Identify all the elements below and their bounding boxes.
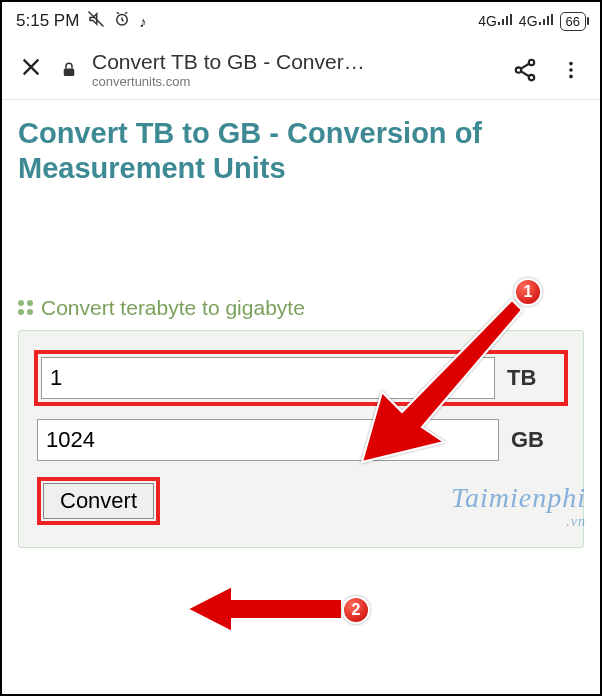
annotation-marker-2: 2	[342, 596, 370, 624]
battery-indicator: 66	[560, 12, 586, 31]
signal-4g-2: 4G	[519, 13, 554, 29]
gb-unit-label: GB	[511, 427, 565, 453]
svg-line-9	[521, 71, 530, 76]
alarm-icon	[113, 10, 131, 33]
url-block[interactable]: Convert TB to GB - Conver… convertunits.…	[92, 50, 494, 89]
grid-dots-icon	[18, 300, 33, 315]
mute-icon	[87, 10, 105, 33]
section-title: Convert terabyte to gigabyte	[41, 296, 305, 320]
lock-icon	[60, 61, 78, 79]
svg-point-11	[569, 68, 573, 72]
page-tab-title: Convert TB to GB - Conver…	[92, 50, 494, 74]
watermark-suffix: .vn	[451, 514, 586, 530]
svg-marker-14	[187, 586, 342, 632]
section-header: Convert terabyte to gigabyte	[18, 296, 584, 320]
convert-highlight: Convert	[37, 477, 160, 525]
svg-point-12	[569, 74, 573, 78]
svg-point-10	[569, 61, 573, 65]
gb-input[interactable]	[37, 419, 499, 461]
annotation-arrow-2	[182, 584, 352, 634]
convert-button[interactable]: Convert	[43, 483, 154, 519]
status-left: 5:15 PM ♪	[16, 10, 147, 33]
tb-input[interactable]	[41, 357, 495, 399]
status-right: 4G 4G 66	[478, 12, 586, 31]
browser-toolbar: Convert TB to GB - Conver… convertunits.…	[2, 40, 600, 100]
close-icon[interactable]	[16, 54, 46, 85]
tb-unit-label: TB	[507, 365, 561, 391]
status-time: 5:15 PM	[16, 11, 79, 31]
gb-row: GB	[37, 419, 565, 461]
status-bar: 5:15 PM ♪ 4G 4G 66	[2, 2, 600, 40]
tb-row-highlight: TB	[34, 350, 568, 406]
page-domain: convertunits.com	[92, 74, 494, 89]
page-title: Convert TB to GB - Conversion of Measure…	[18, 116, 584, 186]
svg-line-8	[521, 63, 530, 68]
menu-dots-icon[interactable]	[556, 55, 586, 85]
signal-4g-1: 4G	[478, 13, 513, 29]
tiktok-icon: ♪	[139, 13, 147, 30]
svg-rect-4	[64, 68, 75, 76]
watermark-text: Taimienphi	[451, 482, 586, 513]
share-icon[interactable]	[508, 53, 542, 87]
watermark: Taimienphi .vn	[451, 482, 586, 530]
